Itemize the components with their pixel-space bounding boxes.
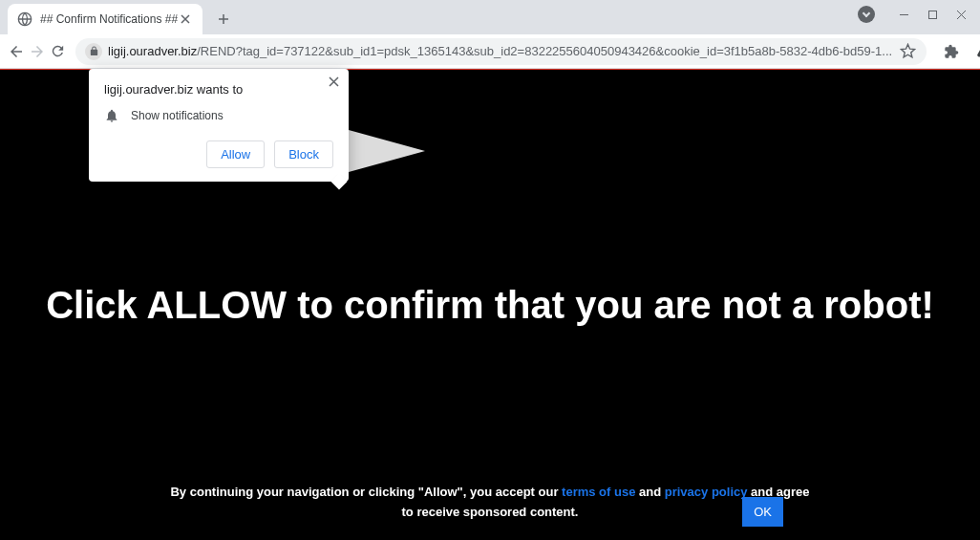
- reload-button[interactable]: [50, 38, 66, 65]
- tab-close-icon[interactable]: [178, 11, 193, 27]
- forward-button: [29, 38, 46, 65]
- footer-line2: to receive sponsored content.: [402, 505, 579, 519]
- page-content: ligij.ouradver.biz wants to Show notific…: [0, 69, 980, 540]
- browser-tab[interactable]: ## Confirm Notifications ##: [8, 4, 202, 34]
- allow-button[interactable]: Allow: [206, 140, 265, 168]
- consent-footer: By continuing your navigation or clickin…: [0, 483, 980, 523]
- browser-toolbar: ligij.ouradver.biz/REND?tag_id=737122&su…: [0, 34, 980, 69]
- maximize-button[interactable]: [927, 9, 938, 20]
- browser-titlebar: ## Confirm Notifications ##: [0, 0, 980, 34]
- account-indicator-icon[interactable]: [858, 6, 875, 23]
- footer-and: and: [635, 485, 664, 499]
- footer-text-1: By continuing your navigation or clickin…: [170, 485, 562, 499]
- url-text: ligij.ouradver.biz/REND?tag_id=737122&su…: [108, 44, 892, 58]
- extensions-icon[interactable]: [942, 42, 961, 61]
- pointer-arrow-icon: [349, 130, 425, 172]
- back-button[interactable]: [8, 38, 25, 65]
- terms-link[interactable]: terms of use: [562, 485, 635, 499]
- address-bar[interactable]: ligij.ouradver.biz/REND?tag_id=737122&su…: [75, 38, 927, 65]
- permission-origin-text: ligij.ouradver.biz wants to: [104, 82, 333, 97]
- ok-button[interactable]: OK: [742, 497, 783, 527]
- star-icon[interactable]: [898, 42, 917, 61]
- lock-icon[interactable]: [85, 43, 102, 60]
- tab-title: ## Confirm Notifications ##: [40, 12, 178, 26]
- permission-description: Show notifications: [131, 109, 224, 122]
- window-controls: [858, 0, 980, 29]
- svg-rect-1: [928, 11, 936, 18]
- close-icon[interactable]: [329, 76, 339, 87]
- bell-icon: [104, 108, 119, 123]
- close-window-button[interactable]: [955, 9, 967, 20]
- labs-icon[interactable]: [972, 42, 980, 61]
- globe-icon: [17, 11, 32, 27]
- minimize-button[interactable]: [898, 9, 909, 20]
- new-tab-button[interactable]: [210, 6, 237, 32]
- block-button[interactable]: Block: [274, 140, 333, 168]
- privacy-link[interactable]: privacy policy: [665, 485, 748, 499]
- page-headline: Click ALLOW to confirm that you are not …: [25, 283, 956, 326]
- toolbar-right-icons: [936, 42, 980, 61]
- notification-permission-dialog: ligij.ouradver.biz wants to Show notific…: [89, 69, 349, 182]
